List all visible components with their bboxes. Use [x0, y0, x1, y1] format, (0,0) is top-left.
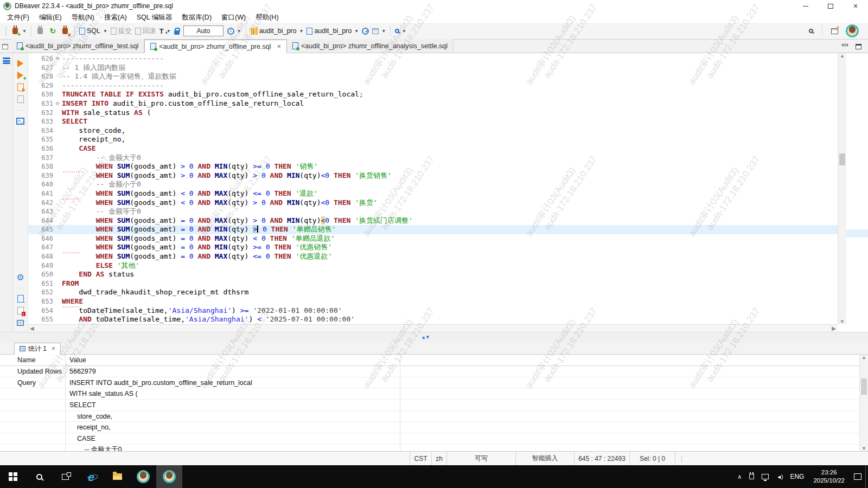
menu-item-6[interactable]: 窗口(W): [216, 12, 251, 23]
tasks-button[interactable]: ▼: [371, 27, 387, 35]
autocommit-lock-button[interactable]: [173, 27, 181, 36]
schema-selector[interactable]: audit_bi_pro▼: [305, 26, 360, 36]
code-line-633[interactable]: 633SELECT: [28, 117, 838, 126]
minimize-editor-icon[interactable]: [842, 44, 848, 46]
splitter-collapse-icons[interactable]: ▴▾: [422, 333, 430, 341]
quick-access-search-button[interactable]: [807, 28, 815, 34]
scroll-right-icon[interactable]: ▶: [832, 325, 836, 331]
execute-script-button[interactable]: [15, 81, 27, 93]
code-line-635[interactable]: 635 receipt_no,: [28, 135, 838, 144]
database-selector[interactable]: audit_bi_pro▼: [249, 26, 305, 36]
code-line-645[interactable]: 645 WHEN SUM(goods_amt) = 0 AND MIN(qty)…: [28, 225, 838, 234]
internet-explorer-button[interactable]: e: [78, 465, 104, 488]
status-overflow-icon[interactable]: ⋮: [675, 452, 688, 465]
results-vertical-scrollbar[interactable]: ▲ ▼: [859, 355, 868, 451]
reconnect-button[interactable]: ↻: [47, 25, 59, 37]
result-row[interactable]: receipt_no,: [0, 422, 868, 433]
language-indicator[interactable]: ENG: [786, 465, 808, 488]
editor-tab-1[interactable]: <audit_bi_pro> zhumr_offline_pre.sql×: [144, 40, 287, 53]
code-line-638[interactable]: 638 WHEN SUM(goods_amt) > 0 AND MIN(qty)…: [28, 162, 838, 171]
task-view-button[interactable]: [52, 465, 78, 488]
tab-close-icon[interactable]: ×: [277, 42, 281, 50]
code-line-642[interactable]: 642 WHEN SUM(goods_amt) < 0 AND MAX(qty)…: [28, 198, 838, 208]
disconnect-button[interactable]: ×: [59, 25, 72, 37]
code-line-626[interactable]: 626⊖------------------------: [28, 54, 838, 63]
result-row[interactable]: CASE: [0, 433, 868, 445]
menu-item-3[interactable]: 搜索(A): [99, 12, 132, 23]
menu-item-0[interactable]: 文件(F): [2, 12, 34, 23]
open-perspective-button[interactable]: [829, 27, 840, 35]
code-line-655[interactable]: 655 AND toDateTime(sale_time,'Asia/Shang…: [28, 315, 838, 324]
code-line-644[interactable]: 644 WHEN SUM(goods_amt) = 0 AND MAX(qty)…: [28, 216, 838, 226]
result-row[interactable]: store_code,: [0, 411, 868, 422]
taskbar-search-button[interactable]: [26, 465, 52, 488]
commit-button[interactable]: 提交: [109, 25, 133, 37]
code-line-641[interactable]: 641 WHEN SUM(goods_amt) < 0 AND MAX(qty)…: [28, 189, 838, 198]
code-line-652[interactable]: 652 dwd_trade_hkaudit_shop_receipt_mt dt…: [28, 288, 838, 297]
column-header-name[interactable]: Name: [13, 356, 65, 364]
code-line-628[interactable]: 628-- 1.4 插入海一家销售、退款数据: [28, 72, 838, 81]
code-line-631[interactable]: 631⊖INSERT INTO audit_bi_pro.custom_offl…: [28, 99, 838, 108]
connect-button[interactable]: [34, 25, 47, 37]
editor-tab-0[interactable]: <audit_bi_pro> zhumr_offline_test.sql: [11, 39, 144, 53]
code-line-651[interactable]: 651FROM: [28, 279, 838, 288]
autocommit-combo[interactable]: Auto: [183, 25, 224, 36]
dbeaver-taskbar-button[interactable]: [130, 465, 156, 488]
menu-item-1[interactable]: 编辑(E): [34, 12, 67, 23]
code-line-653[interactable]: 653WHERE: [28, 297, 838, 306]
export-output-button[interactable]: [15, 293, 27, 305]
explain-plan-button[interactable]: [15, 93, 27, 105]
code-line-627[interactable]: 627-- 1 插入国内数据: [28, 63, 838, 73]
execute-new-tab-button[interactable]: +: [15, 69, 27, 81]
code-line-648[interactable]: 648 WHEN SUM(goods_amt) = 0 AND MAX(qty)…: [28, 252, 838, 261]
database-navigator-icon[interactable]: [3, 57, 10, 64]
code-line-629[interactable]: 629------------------------: [28, 81, 838, 91]
code-line-630[interactable]: 630TRUNCATE TABLE IF EXISTS audit_bi_pro…: [28, 90, 838, 99]
dashboard-button[interactable]: [360, 27, 371, 36]
result-row[interactable]: SELECT: [0, 400, 868, 411]
column-header-value[interactable]: Value: [65, 356, 400, 364]
action-center-button[interactable]: [850, 465, 865, 488]
network-tray-button[interactable]: [758, 465, 773, 488]
sql-editor[interactable]: 626⊖------------------------627-- 1 插入国内…: [28, 53, 838, 324]
dbeaver-perspective-button[interactable]: [844, 23, 860, 38]
result-row[interactable]: QueryINSERT INTO audit_bi_pro.custom_off…: [0, 377, 868, 389]
code-line-643[interactable]: 643 -- 金额等于0: [28, 207, 838, 216]
editor-vertical-scrollbar[interactable]: ▲ ▼: [838, 53, 846, 324]
search-metadata-button[interactable]: ▼: [393, 28, 408, 35]
start-button[interactable]: [0, 465, 26, 488]
code-line-634[interactable]: 634 store_code,: [28, 126, 838, 136]
restore-view-icon[interactable]: [2, 44, 8, 49]
scroll-down-icon[interactable]: ▼: [840, 319, 845, 324]
scroll-left-icon[interactable]: ◀: [30, 325, 34, 331]
settings-button[interactable]: ⚙: [15, 271, 27, 283]
code-line-639[interactable]: 639 WHEN SUM(goods_amt) > 0 AND MAX(qty)…: [28, 171, 838, 181]
code-line-647[interactable]: 647 WHEN SUM(goods_amt) = 0 AND MIN(qty)…: [28, 243, 838, 252]
show-desktop-button[interactable]: [865, 465, 868, 488]
editor-results-splitter[interactable]: ▴▾: [0, 332, 868, 343]
transaction-mode-button[interactable]: T▼: [158, 26, 173, 36]
open-terminal-button[interactable]: >_: [15, 115, 27, 127]
new-sql-editor-button[interactable]: SQL▼: [78, 26, 109, 36]
editor-horizontal-scrollbar[interactable]: ◀ ▶: [28, 324, 838, 332]
close-button[interactable]: ×: [843, 0, 868, 12]
statistics-tab[interactable]: 统计 1 ×: [14, 343, 61, 355]
maximize-button[interactable]: [818, 0, 843, 12]
scroll-down-icon[interactable]: ▼: [861, 446, 866, 451]
code-line-632[interactable]: 632WITH sale_status AS (: [28, 108, 838, 118]
rollback-button[interactable]: 回滚: [133, 25, 158, 37]
code-line-637[interactable]: 637 -- 金额大于0: [28, 153, 838, 163]
file-explorer-button[interactable]: [104, 465, 130, 488]
scrollbar-thumb[interactable]: [839, 153, 845, 165]
code-line-650[interactable]: 650 END AS status: [28, 270, 838, 279]
code-line-636[interactable]: 636 CASE: [28, 144, 838, 153]
error-log-button[interactable]: [15, 305, 27, 317]
menu-item-7[interactable]: 帮助(H): [251, 12, 283, 23]
volume-tray-button[interactable]: ◄): [773, 465, 786, 488]
maximize-editor-icon[interactable]: [856, 44, 861, 49]
menu-item-4[interactable]: SQL 编辑器: [132, 12, 177, 23]
new-connection-button[interactable]: +▼: [9, 25, 28, 37]
code-line-646[interactable]: 646 WHEN SUM(goods_amt) = 0 AND MAX(qty)…: [28, 234, 838, 243]
scroll-up-icon[interactable]: ▲: [861, 355, 866, 360]
column-divider[interactable]: [65, 355, 66, 451]
